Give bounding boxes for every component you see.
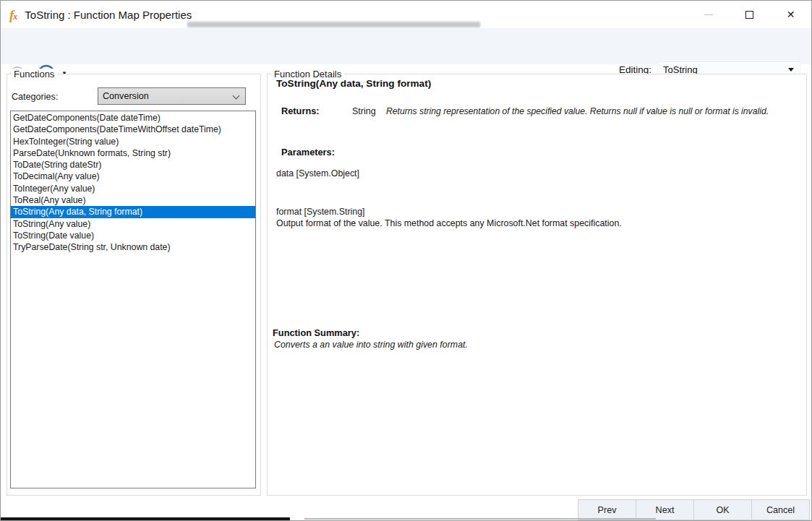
- ok-button[interactable]: OK: [693, 499, 752, 520]
- function-list-item[interactable]: ToString(Date value): [11, 230, 255, 241]
- returns-label: Returns:: [281, 106, 320, 116]
- footer-button-row: Prev Next OK Cancel: [578, 499, 810, 520]
- caret-down-icon: [788, 68, 794, 72]
- parameter-format: format [System.String]: [276, 207, 365, 217]
- function-list-item[interactable]: ParseDate(Unknown formats, String str): [11, 147, 255, 159]
- minimize-button[interactable]: [688, 1, 729, 28]
- categories-combobox-value: Conversion: [98, 91, 149, 101]
- prev-button[interactable]: Prev: [578, 499, 636, 520]
- parameter-data: data [System.Object]: [276, 168, 359, 178]
- window-title: ToString : Function Map Properties: [25, 9, 192, 21]
- functions-group-label: Functions: [11, 69, 57, 79]
- function-signature: ToString(Any data, String format): [276, 78, 431, 89]
- function-list-item[interactable]: ToDate(String dateStr): [11, 159, 255, 171]
- categories-combobox[interactable]: Conversion: [98, 87, 246, 105]
- minimize-icon: [704, 14, 713, 15]
- parameter-format-description: Output format of the value. This method …: [276, 218, 622, 228]
- function-list-item[interactable]: ToInteger(Any value): [11, 183, 255, 194]
- function-details-group: Function Details ToString(Any data, Stri…: [267, 74, 807, 496]
- background-window-edge-artifact: [1, 517, 290, 521]
- toolbar: ▼ Editing: ToString: [1, 28, 811, 64]
- cancel-button[interactable]: Cancel: [751, 499, 810, 520]
- function-summary-label: Function Summary:: [273, 327, 359, 338]
- function-list-item[interactable]: GetDateComponents(Date dateTime): [11, 112, 255, 124]
- returns-description: Returns string representation of the spe…: [386, 106, 804, 116]
- close-icon: ✕: [787, 9, 795, 20]
- function-list-item[interactable]: ToDecimal(Any value): [11, 171, 255, 182]
- next-button[interactable]: Next: [636, 499, 694, 520]
- function-list-item[interactable]: ToReal(Any value): [11, 194, 255, 206]
- function-list-item[interactable]: HexToInteger(String value): [11, 136, 255, 147]
- close-button[interactable]: ✕: [770, 1, 811, 28]
- maximize-button[interactable]: [729, 1, 770, 28]
- function-list-item-selected[interactable]: ToString(Any data, String format): [11, 206, 255, 218]
- functions-group: Functions Categories: Conversion GetDate…: [7, 74, 261, 496]
- fx-function-icon: fx: [9, 8, 17, 22]
- function-list-item[interactable]: ToString(Any value): [11, 218, 255, 230]
- window-controls: ✕: [688, 1, 811, 28]
- maximize-icon: [745, 11, 753, 19]
- function-summary-text: Converts a an value into string with giv…: [274, 340, 468, 350]
- categories-label: Categories:: [12, 92, 58, 102]
- chevron-down-icon: [233, 92, 240, 100]
- function-list-item[interactable]: TryParseDate(String str, Unknown date): [11, 241, 255, 253]
- function-list[interactable]: GetDateComponents(Date dateTime) GetDate…: [10, 111, 256, 488]
- parameters-label: Parameters:: [281, 147, 335, 158]
- function-map-properties-dialog: fx ToString : Function Map Properties ✕ …: [0, 0, 812, 521]
- returns-type: String: [352, 106, 376, 116]
- function-list-item[interactable]: GetDateComponents(DateTimeWithOffset dat…: [11, 124, 255, 135]
